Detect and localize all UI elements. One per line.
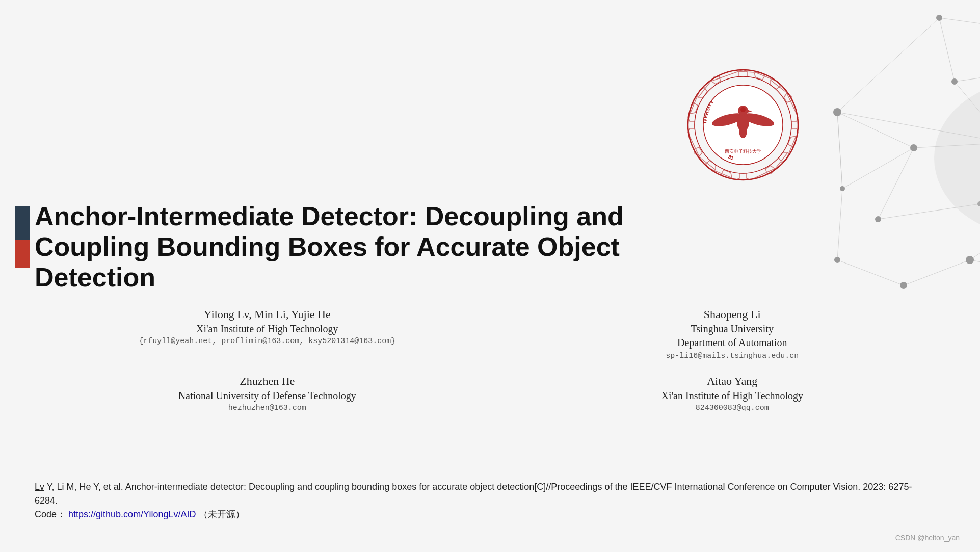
main-content: Anchor-Intermediate Detector: Decoupling… <box>35 201 965 427</box>
citation-code: Code： https://github.com/YilongLv/AID （未… <box>35 508 919 521</box>
svg-point-91 <box>966 256 974 264</box>
svg-point-79 <box>951 78 958 85</box>
svg-point-94 <box>840 186 845 191</box>
author-email-4: 824360083@qq.com <box>500 404 965 412</box>
code-suffix: （未开源） <box>199 509 245 519</box>
author-emails-1: {rfuyll@yeah.net, proflimin@163.com, ksy… <box>35 337 500 346</box>
svg-line-4 <box>939 18 955 82</box>
accent-bar-top <box>15 206 30 240</box>
accent-bar <box>15 206 30 268</box>
svg-line-29 <box>842 148 914 189</box>
svg-line-1 <box>837 112 914 148</box>
svg-point-115 <box>739 124 747 138</box>
authors-row-2: Zhuzhen He National University of Defens… <box>35 375 965 412</box>
author-dept-2: Department of Automation <box>500 337 965 349</box>
citation-authors: Lv <box>35 482 44 492</box>
citation-text: Lv Y, Li M, He Y, et al. Anchor-intermed… <box>35 480 919 508</box>
svg-text:西安电子科技大学: 西安电子科技大学 <box>725 149 761 154</box>
author-group-2: Shaopeng Li Tsinghua University Departme… <box>500 308 965 360</box>
svg-line-0 <box>837 18 939 112</box>
author-name-2: Shaopeng Li <box>500 308 965 321</box>
paper-title: Anchor-Intermediate Detector: Decoupling… <box>35 201 646 293</box>
author-email-2: sp-li16@mails.tsinghua.edu.cn <box>500 352 965 360</box>
svg-line-59 <box>955 66 980 82</box>
author-name-1: Yilong Lv, Min Li, Yujie He <box>35 308 500 321</box>
author-group-1: Yilong Lv, Min Li, Yujie He Xi'an Instit… <box>35 308 500 360</box>
author-group-3: Zhuzhen He National University of Defens… <box>35 375 500 412</box>
author-name-4: Aitao Yang <box>500 375 965 388</box>
svg-line-3 <box>939 18 980 31</box>
university-logo: XIDIAN UNIVERSITY 1931 西安电子科技大学 <box>684 66 802 186</box>
citation-block: Lv Y, Li M, He Y, et al. Anchor-intermed… <box>35 480 919 521</box>
author-group-4: Aitao Yang Xi'an Institute of High Techn… <box>500 375 965 412</box>
csdn-watermark: CSDN @helton_yan <box>895 534 960 542</box>
author-email-3: hezhuzhen@163.com <box>35 404 500 412</box>
svg-point-118 <box>740 107 746 112</box>
authors-row-1: Yilong Lv, Min Li, Yujie He Xi'an Instit… <box>35 308 965 360</box>
code-url-link[interactable]: https://github.com/YilongLv/AID <box>68 509 196 519</box>
author-institution-1: Xi'an Institute of High Technology <box>35 323 500 335</box>
svg-line-62 <box>837 112 842 189</box>
accent-bar-bottom <box>15 240 30 268</box>
svg-point-78 <box>910 144 917 151</box>
svg-point-64 <box>936 15 942 21</box>
author-institution-2: Tsinghua University <box>500 323 965 335</box>
code-label: Code： <box>35 509 66 519</box>
author-institution-3: National University of Defense Technolog… <box>35 390 500 402</box>
author-name-3: Zhuzhen He <box>35 375 500 388</box>
svg-point-63 <box>833 108 841 116</box>
citation-body: Y, Li M, He Y, et al. Anchor-intermediat… <box>35 482 912 506</box>
svg-line-40 <box>970 219 980 260</box>
author-institution-4: Xi'an Institute of High Technology <box>500 390 965 402</box>
